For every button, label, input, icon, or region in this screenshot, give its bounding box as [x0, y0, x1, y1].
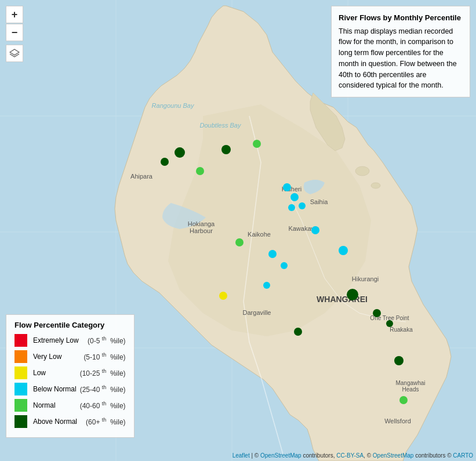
legend-color-above-normal — [14, 415, 27, 428]
dot-21[interactable] — [394, 356, 404, 365]
dot-9[interactable] — [288, 204, 295, 211]
legend-label-normal: Normal — [33, 401, 77, 409]
legend-label-low: Low — [33, 369, 77, 377]
dot-10[interactable] — [311, 226, 319, 234]
dot-3[interactable] — [196, 167, 204, 175]
legend-item-normal: Normal (40-60 th %ile) — [14, 399, 126, 412]
dot-5[interactable] — [253, 140, 261, 148]
dot-22[interactable] — [399, 396, 408, 404]
bay-label-doubtless: Doubtless Bay — [200, 122, 241, 129]
dot-20[interactable] — [294, 328, 302, 336]
place-wellsford: Wellsford — [384, 418, 411, 424]
legend-color-low — [14, 366, 27, 379]
dot-15[interactable] — [219, 292, 227, 300]
legend-label-above-normal: Above Normal — [33, 418, 82, 426]
place-mangawhai: MangawhaiHeads — [395, 380, 425, 393]
legend-range-below-normal: (25-40 th %ile) — [80, 384, 126, 394]
legend-item-extremely-low: Extremely Low (0-5 th %ile) — [14, 334, 126, 347]
place-hokianga: HokiangaHarbour — [188, 220, 215, 234]
dot-17[interactable] — [347, 289, 358, 300]
legend-range-extremely-low: (0-5 th %ile) — [88, 336, 126, 345]
dot-1[interactable] — [175, 147, 185, 158]
dot-14[interactable] — [339, 246, 348, 255]
place-whangarei: WHANGĀREI — [317, 295, 368, 304]
info-box-title: River Flows by Monthly Percentile — [339, 12, 463, 24]
place-kaikohe: Kaikohe — [248, 231, 271, 238]
info-box: River Flows by Monthly Percentile This m… — [331, 6, 470, 97]
attribution: Leaflet | © OpenStreetMap contributors, … — [232, 452, 473, 459]
dot-19[interactable] — [386, 320, 393, 327]
dot-12[interactable] — [268, 250, 277, 258]
svg-marker-9 — [10, 49, 19, 55]
legend-color-very-low — [14, 350, 27, 363]
legend-range-normal: (40-60 th %ile) — [80, 401, 126, 410]
map-container: Rangounu Bay Doubtless Bay Ahipara Kaiko… — [0, 0, 476, 461]
legend-range-above-normal: (60+ th %ile) — [86, 417, 126, 426]
carto-link[interactable]: CARTO — [453, 452, 473, 459]
bay-label-rangounu: Rangounu Bay — [152, 102, 194, 109]
legend-range-low: (10-25 th %ile) — [80, 368, 126, 377]
svg-point-8 — [371, 183, 380, 188]
legend-item-above-normal: Above Normal (60+ th %ile) — [14, 415, 126, 428]
dot-4[interactable] — [221, 145, 231, 154]
svg-point-7 — [355, 166, 369, 176]
place-saihia: Saihia — [310, 198, 328, 205]
legend: Flow Percentile Category Extremely Low (… — [6, 314, 135, 438]
zoom-in-button[interactable]: + — [6, 6, 23, 23]
legend-range-very-low: (5-10 th %ile) — [83, 352, 125, 361]
legend-item-very-low: Very Low (5-10 th %ile) — [14, 350, 126, 363]
place-dargaville: Dargaville — [243, 309, 271, 316]
osm-link2[interactable]: OpenStreetMap — [373, 452, 414, 459]
legend-label-extremely-low: Extremely Low — [33, 336, 84, 344]
place-ruakaka: Ruakaka — [390, 326, 412, 333]
place-ahipara: Ahipara — [130, 173, 152, 180]
place-hikurangi: Hikurangi — [352, 275, 379, 282]
legend-color-extremely-low — [14, 334, 27, 347]
layers-button[interactable] — [6, 45, 23, 62]
legend-color-normal — [14, 399, 27, 412]
legend-item-below-normal: Below Normal (25-40 th %ile) — [14, 383, 126, 395]
ccbysa-link[interactable]: CC-BY-SA — [336, 452, 364, 459]
dot-2[interactable] — [161, 158, 169, 166]
osm-link[interactable]: OpenStreetMap — [260, 452, 301, 459]
layers-icon — [9, 48, 20, 59]
info-box-description: This map displays median recorded flow f… — [339, 26, 463, 92]
leaflet-link[interactable]: Leaflet — [232, 452, 250, 459]
legend-label-below-normal: Below Normal — [33, 385, 77, 393]
dot-16[interactable] — [263, 282, 270, 289]
legend-color-below-normal — [14, 383, 27, 395]
dot-8[interactable] — [299, 202, 306, 209]
zoom-out-button[interactable]: − — [6, 24, 23, 41]
zoom-controls: + − — [6, 6, 23, 62]
legend-item-low: Low (10-25 th %ile) — [14, 366, 126, 379]
dot-18[interactable] — [373, 309, 381, 317]
dot-11[interactable] — [235, 238, 244, 246]
legend-title: Flow Percentile Category — [14, 321, 126, 329]
dot-7[interactable] — [290, 193, 299, 201]
legend-label-very-low: Very Low — [33, 353, 80, 361]
dot-13[interactable] — [281, 262, 288, 269]
dot-6[interactable] — [283, 183, 291, 191]
